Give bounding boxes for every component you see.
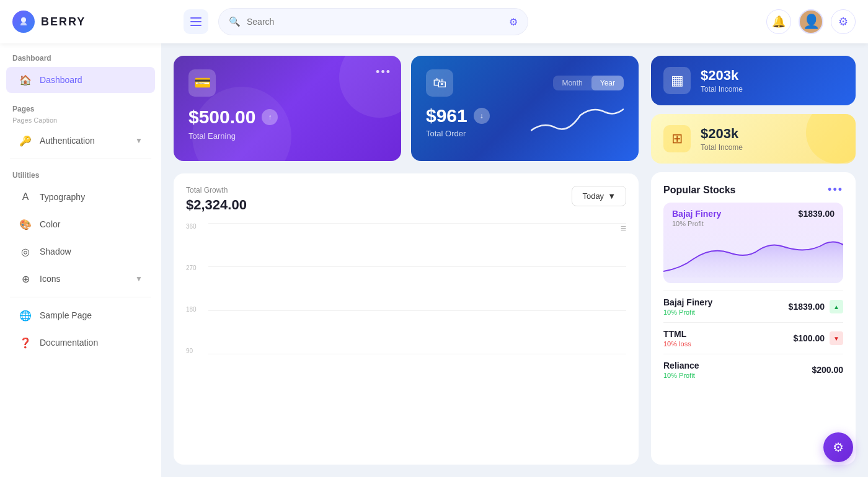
- documentation-icon: ❓: [19, 336, 32, 349]
- stocks-list: Bajaj Finery 10% Profit $1839.00 ▲ TTML …: [663, 291, 843, 385]
- authentication-icon: 🔑: [19, 134, 32, 147]
- stocks-sparkline-chart: [663, 231, 843, 278]
- income-yellow-label: Total Income: [701, 143, 743, 152]
- dropdown-arrow-icon: ▼: [608, 191, 616, 201]
- earning-card-icon: 💳: [188, 69, 216, 97]
- color-icon: 🎨: [19, 217, 32, 231]
- sidebar-item-documentation[interactable]: ❓ Documentation: [6, 330, 155, 356]
- stocks-chart-area: Bajaj Finery $1839.00 10% Profit: [663, 203, 843, 283]
- stock-ttml-down-icon: ▼: [830, 331, 843, 345]
- logo-text: BERRY: [41, 15, 86, 28]
- sidebar-item-color[interactable]: 🎨 Color: [6, 211, 155, 237]
- stock-row-reliance: Reliance 10% Profit $200.00: [663, 354, 843, 385]
- income-blue-amount: $203k: [701, 68, 743, 84]
- sidebar-item-sample-page[interactable]: 🌐 Sample Page: [6, 302, 155, 328]
- sample-page-icon: 🌐: [19, 309, 32, 322]
- income-yellow-icon: ⊞: [663, 125, 691, 152]
- stock-bajaj-right: $1839.00 ▲: [789, 300, 843, 313]
- stock-ttml-price: $100.00: [793, 333, 825, 343]
- order-card-content: $961 ↓ Total Order: [426, 103, 624, 140]
- tab-year-button[interactable]: Year: [591, 76, 624, 90]
- stock-ttml-right: $100.00 ▼: [793, 331, 843, 345]
- card-bg-circle-2: [192, 87, 291, 161]
- order-left: $961 ↓ Total Order: [426, 105, 490, 138]
- chart-area: ≡ 360 270 180 90: [186, 223, 626, 372]
- search-icon: 🔍: [229, 16, 241, 27]
- stock-reliance-right: $200.00: [812, 365, 843, 375]
- order-card-icon: 🛍: [426, 69, 453, 97]
- bar-chart: [208, 223, 626, 354]
- stock-bajaj-sub: 10% Profit: [663, 309, 712, 316]
- stocks-title: Popular Stocks: [663, 185, 735, 196]
- growth-info: Total Growth $2,324.00: [186, 186, 247, 213]
- stock-row-bajaj: Bajaj Finery 10% Profit $1839.00 ▲: [663, 291, 843, 322]
- shadow-icon: ◎: [19, 245, 32, 258]
- stocks-header: Popular Stocks •••: [663, 183, 843, 196]
- stock-reliance-sub: 10% Profit: [663, 372, 699, 379]
- stock-reliance-info: Reliance 10% Profit: [663, 361, 699, 379]
- stock-bajaj-info: Bajaj Finery 10% Profit: [663, 297, 712, 316]
- main-content: 💳 $500.00 ↑ Total Earning ••• 🛍 Month Ye: [161, 43, 868, 477]
- filter-icon[interactable]: ⚙: [509, 16, 518, 28]
- sidebar: Dashboard 🏠 Dashboard Pages Pages Captio…: [0, 43, 161, 477]
- growth-amount: $2,324.00: [186, 197, 247, 213]
- stocks-menu-icon[interactable]: •••: [828, 183, 843, 196]
- sidebar-item-typography[interactable]: A Typography: [6, 184, 155, 210]
- stock-ttml-sub: 10% loss: [663, 340, 691, 348]
- order-down-arrow-icon: ↓: [474, 108, 490, 124]
- stock-reliance-name: Reliance: [663, 361, 699, 370]
- yellow-card-deco: [806, 114, 856, 164]
- svg-rect-3: [190, 25, 202, 26]
- sidebar-item-shadow[interactable]: ◎ Shadow: [6, 239, 155, 265]
- stock-ttml-info: TTML 10% loss: [663, 329, 691, 348]
- logo-icon: [12, 11, 35, 33]
- income-card-blue: ▦ $203k Total Income: [651, 56, 856, 105]
- growth-chart-card: Total Growth $2,324.00 Today ▼ ≡ 360: [174, 173, 639, 465]
- earning-card-menu-icon[interactable]: •••: [376, 66, 391, 79]
- content-side: ▦ $203k Total Income ⊞ $203k Total Incom…: [651, 56, 856, 465]
- income-blue-label: Total Income: [701, 85, 743, 94]
- stock-row-ttml: TTML 10% loss $100.00 ▼: [663, 322, 843, 354]
- stock-bajaj-price: $1839.00: [789, 302, 825, 312]
- fab-settings-button[interactable]: ⚙: [823, 432, 853, 462]
- settings-button[interactable]: ⚙: [831, 9, 856, 34]
- chart-stock-price: $1839.00: [799, 209, 835, 219]
- search-input[interactable]: [247, 17, 503, 27]
- order-label: Total Order: [426, 129, 490, 138]
- popular-stocks-card: Popular Stocks ••• Bajaj Finery $1839.00…: [651, 172, 856, 465]
- today-button[interactable]: Today ▼: [572, 186, 626, 206]
- income-yellow-amount: $203k: [701, 126, 743, 142]
- sidebar-item-dashboard[interactable]: 🏠 Dashboard: [6, 67, 155, 93]
- authentication-chevron-icon: ▼: [135, 136, 143, 145]
- stock-ttml-name: TTML: [663, 329, 691, 339]
- order-sparkline: [531, 103, 624, 140]
- income-card-yellow: ⊞ $203k Total Income: [651, 114, 856, 164]
- order-card-top: 🛍 Month Year: [426, 69, 624, 97]
- search-bar: 🔍 ⚙: [218, 8, 528, 35]
- logo-area: BERRY: [12, 11, 174, 33]
- growth-title: Total Growth: [186, 186, 247, 195]
- income-blue-icon: ▦: [663, 67, 691, 94]
- y-axis-labels: 360 270 180 90: [186, 223, 197, 354]
- stock-reliance-price: $200.00: [812, 365, 843, 375]
- pages-caption: Pages Caption: [0, 115, 161, 126]
- svg-point-0: [21, 17, 26, 22]
- sidebar-section-pages: Pages: [0, 94, 161, 115]
- icons-icon: ⊕: [19, 272, 32, 286]
- income-yellow-text: $203k Total Income: [701, 126, 743, 152]
- sidebar-item-icons[interactable]: ⊕ Icons ▼: [6, 266, 155, 292]
- stocks-chart-header: Bajaj Finery $1839.00: [663, 203, 843, 219]
- typography-icon: A: [19, 190, 32, 204]
- tab-month-button[interactable]: Month: [553, 76, 591, 90]
- income-blue-text: $203k Total Income: [701, 68, 743, 94]
- total-earning-card: 💳 $500.00 ↑ Total Earning •••: [174, 56, 401, 161]
- avatar[interactable]: 👤: [799, 9, 823, 34]
- icons-chevron-icon: ▼: [135, 274, 143, 283]
- sidebar-item-authentication[interactable]: 🔑 Authentication ▼: [6, 128, 155, 154]
- chart-stock-sub: 10% Profit: [663, 219, 843, 229]
- sidebar-section-utilities: Utilities: [0, 164, 161, 183]
- tab-switcher: Month Year: [553, 76, 624, 90]
- menu-toggle-button[interactable]: [184, 9, 208, 34]
- top-cards-row: 💳 $500.00 ↑ Total Earning ••• 🛍 Month Ye: [174, 56, 639, 161]
- notification-button[interactable]: 🔔: [766, 9, 791, 34]
